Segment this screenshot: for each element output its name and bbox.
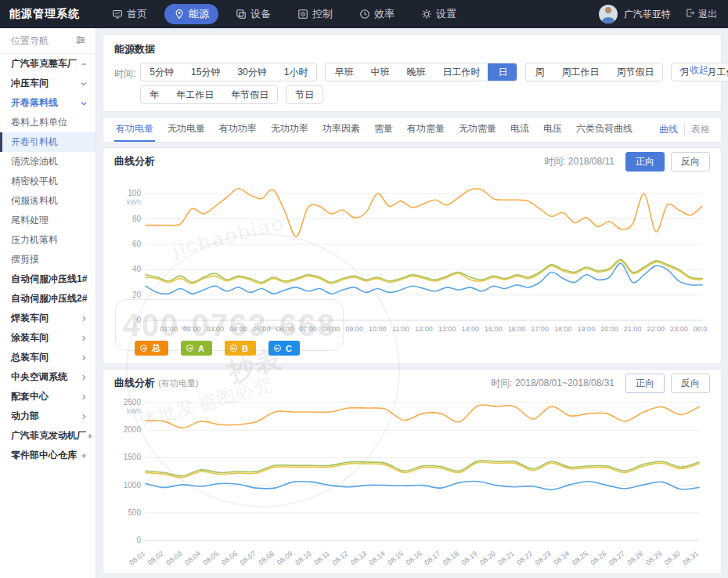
collapse-label: 收起 [690,63,708,77]
svg-text:00:00: 00:00 [694,325,707,333]
sidebar-item[interactable]: 伺服送料机 [0,191,96,211]
svg-text:08.24: 08.24 [552,550,571,567]
sidebar-item-label: 卷料上料单位 [11,116,67,129]
sidebar-item[interactable]: 清洗涂油机 [0,152,96,172]
svg-text:08.15: 08.15 [386,550,405,567]
svg-text:08.11: 08.11 [313,550,331,566]
svg-text:07:00: 07:00 [299,325,317,333]
nav-item-gear[interactable]: 设置 [412,4,466,24]
sidebar-item[interactable]: 开卷引料机 [0,132,96,152]
nav-item-clock[interactable]: 效率 [350,4,404,24]
filter-icon[interactable] [75,34,86,48]
sidebar-item[interactable]: 压力机落料 [0,230,96,250]
tab-电流[interactable]: 电流 [509,117,531,142]
app-title: 能源管理系统 [0,7,96,21]
svg-text:08:00: 08:00 [323,325,341,333]
sidebar-item[interactable]: 摆剪摸 [0,250,96,269]
reverse-button-monthly[interactable]: 反向 [671,374,710,393]
sidebar-item-label: 零件部中心仓库 [11,449,77,462]
sidebar-item[interactable]: 焊装车间 [0,309,96,328]
reverse-button-daily[interactable]: 反向 [671,152,710,172]
sidebar-item[interactable]: 自动伺服冲压线1# [0,269,96,289]
tab-六类负荷曲线[interactable]: 六类负荷曲线 [575,117,634,142]
svg-text:01:00: 01:00 [160,325,178,333]
filter-option[interactable]: 日 [488,63,517,81]
svg-text:80: 80 [132,215,142,223]
filter-option[interactable]: 日工作时 [434,63,488,81]
nav-item-device[interactable]: 设备 [226,4,280,24]
filter-option[interactable]: 周 [526,63,553,81]
forward-button-daily[interactable]: 正向 [625,152,665,172]
tab-有功需量[interactable]: 有功需量 [405,117,446,142]
filter-option[interactable]: 30分钟 [229,63,275,81]
filter-row: 5分钟15分钟30分钟1小时早班中班晚班日工作时日周周工作日周节假日月月工作日月… [140,63,728,81]
filter-option[interactable]: 晚班 [398,63,434,81]
svg-text:21:00: 21:00 [624,325,642,333]
sidebar-item[interactable]: 涂装车间 [0,328,96,348]
sidebar-item[interactable]: 自动伺服冲压线2# [0,289,96,309]
nav-item-home[interactable]: 首页 [103,4,157,24]
filter-option[interactable]: 中班 [362,63,398,81]
nav-item-control[interactable]: 控制 [288,4,342,24]
chart-daily-header: 曲线分析 时间: 2018/08/11 正向 反向 [103,148,721,175]
logout-label: 退出 [698,8,717,21]
sidebar-item-label: 广汽菲克发动机厂 [11,429,86,443]
svg-text:08.10: 08.10 [294,550,312,567]
view-table-link[interactable]: 表格 [691,123,710,136]
filter-option[interactable]: 1小时 [276,63,317,81]
sidebar-item[interactable]: 中央空调系统 [0,367,96,387]
tab-无功功率[interactable]: 无功功率 [269,117,310,142]
sidebar-item[interactable]: 卷料上料单位 [0,113,96,132]
sidebar-item[interactable]: 总装车间 [0,348,96,367]
svg-text:100: 100 [128,189,141,197]
sidebar-item[interactable]: 广汽菲克发动机厂 [0,426,96,446]
filter-option[interactable]: 节日 [287,86,323,103]
tab-需量[interactable]: 需量 [373,117,395,142]
logout-button[interactable]: 退出 [685,8,717,21]
filter-option[interactable]: 早班 [326,63,362,81]
filter-option[interactable]: 年节假日 [222,86,277,103]
sidebar-item[interactable]: 广汽菲克整车厂 [0,54,96,74]
svg-text:06:00: 06:00 [276,325,294,333]
filter-button-group: 年年工作日年节假日 [140,85,278,104]
tab-有功电量[interactable]: 有功电量 [114,117,155,142]
filter-option[interactable]: 5分钟 [141,63,182,81]
sidebar-item[interactable]: 尾料处理 [0,211,96,230]
sidebar-item[interactable]: 动力部 [0,406,96,426]
tab-无功需量[interactable]: 无功需量 [457,117,498,142]
legend-item-C[interactable]: C [268,341,300,356]
tab-电压[interactable]: 电压 [542,117,564,142]
filter-option[interactable]: 年 [141,86,168,103]
nav-item-pin[interactable]: 能源 [164,4,218,24]
metric-tab-bar: 有功电量无功电量有功功率无功功率功率因素需量有功需量无功需量电流电压六类负荷曲线… [103,117,722,143]
legend-item-B[interactable]: B [225,341,256,356]
tab-有功功率[interactable]: 有功功率 [218,117,258,142]
sidebar-item[interactable]: 开卷落料线 [0,93,96,113]
sidebar-item[interactable]: 冲压车间 [0,74,96,93]
filter-option[interactable]: 周节假日 [607,63,662,81]
svg-text:05:00: 05:00 [253,325,271,333]
tab-功率因素[interactable]: 功率因素 [321,117,362,142]
svg-text:0: 0 [136,536,141,544]
filter-option[interactable]: 年工作日 [168,86,222,103]
svg-text:02:00: 02:00 [183,325,201,333]
svg-text:08.28: 08.28 [626,550,645,567]
filter-option[interactable]: 周工作日 [553,63,607,81]
view-curve-link[interactable]: 曲线 [659,123,678,136]
filter-button-group: 5分钟15分钟30分钟1小时 [140,63,317,81]
collapse-link[interactable]: 收起 [679,63,708,77]
user-avatar[interactable] [599,5,618,23]
sidebar-item-label: 自动伺服冲压线1# [11,273,87,286]
legend-item-总[interactable]: 总 [135,341,168,356]
filter-option[interactable]: 15分钟 [182,63,229,81]
chart-monthly-header: 曲线分析(有功电量) 时间: 2018/08/01~2018/08/31 正向 … [103,370,721,396]
sidebar-item-label: 自动伺服冲压线2# [11,292,87,305]
energy-data-panel: 能源数据 时间: 5分钟15分钟30分钟1小时早班中班晚班日工作时日周周工作日周… [103,34,722,112]
forward-button-monthly[interactable]: 正向 [625,374,665,393]
sidebar-item[interactable]: 配套中心 [0,387,96,406]
sidebar-item[interactable]: 零件部中心仓库 [0,446,96,465]
sidebar-item[interactable]: 精密校平机 [0,172,96,191]
svg-text:08.02: 08.02 [146,550,165,567]
legend-item-A[interactable]: A [181,341,212,356]
tab-无功电量[interactable]: 无功电量 [166,117,207,142]
